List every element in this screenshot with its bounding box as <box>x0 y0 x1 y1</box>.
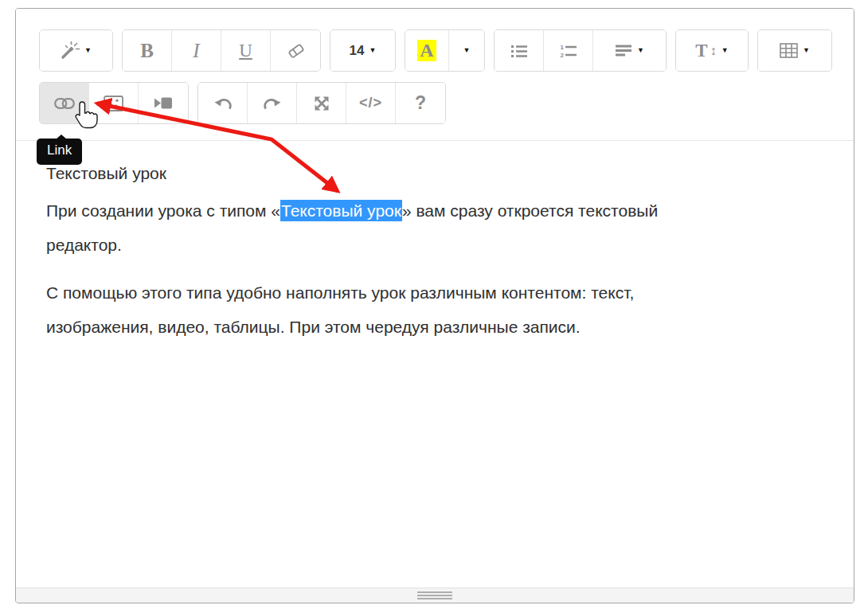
video-icon <box>154 96 173 110</box>
table-group: ▼ <box>757 29 832 72</box>
font-size-dropdown-button[interactable]: 14 ▼ <box>330 30 395 71</box>
highlight-color-label: A <box>417 40 436 62</box>
table-dropdown-button[interactable]: ▼ <box>758 30 831 71</box>
redo-button[interactable] <box>248 83 297 123</box>
paragraph-1-before: При создании урока с типом « <box>46 201 280 220</box>
insert-group <box>39 82 189 124</box>
bold-button[interactable]: B <box>123 30 172 71</box>
bold-label: B <box>140 40 154 62</box>
undo-arrow-icon <box>213 96 233 111</box>
video-button[interactable] <box>139 83 188 123</box>
help-label: ? <box>415 92 426 114</box>
paragraph-align-icon <box>615 44 632 57</box>
paragraph-title: Текстовый урок <box>46 162 823 185</box>
page: ▼ B I U <box>0 0 868 609</box>
caret-down-icon: ▼ <box>803 47 810 54</box>
line-height-group: T ↕ ▼ <box>675 29 749 72</box>
link-chain-icon <box>54 98 75 109</box>
caret-down-icon: ▼ <box>84 47 92 54</box>
caret-down-icon: ▼ <box>721 47 729 54</box>
paragraph-2: С помощью этого типа удобно наполнять ур… <box>46 275 823 344</box>
line-height-dropdown-button[interactable]: T ↕ ▼ <box>676 30 748 71</box>
svg-text:1: 1 <box>561 44 565 51</box>
underline-button[interactable]: U <box>221 30 271 71</box>
eraser-icon <box>287 42 305 59</box>
caret-down-icon: ▼ <box>637 47 644 54</box>
paragraph-align-dropdown-button[interactable]: ▼ <box>593 30 666 71</box>
editor-content-area[interactable]: Текстовый урок При создании урока с типо… <box>16 141 854 588</box>
font-size-value: 14 <box>350 43 365 59</box>
style-group: ▼ <box>39 29 113 72</box>
undo-button[interactable] <box>198 83 248 123</box>
editor-toolbar: ▼ B I U <box>16 9 854 141</box>
style-dropdown-button[interactable]: ▼ <box>40 30 112 71</box>
toolbar-row-1: ▼ B I U <box>39 29 846 72</box>
help-button[interactable]: ? <box>396 83 445 123</box>
codeview-button[interactable]: </> <box>346 83 396 123</box>
italic-button[interactable]: I <box>172 30 221 71</box>
link-tooltip-label: Link <box>47 142 72 158</box>
underline-label: U <box>239 41 252 61</box>
selected-text: Текстовый урок <box>280 200 402 221</box>
font-color-button[interactable]: A <box>405 30 449 71</box>
unordered-list-button[interactable] <box>495 30 544 71</box>
link-tooltip: Link <box>37 139 82 165</box>
paragraph-group: 12 <box>494 29 667 72</box>
picture-icon <box>104 96 123 111</box>
svg-text:2: 2 <box>561 52 565 59</box>
paragraph-1: При создании урока с типом «Текстовый ур… <box>46 193 823 262</box>
font-size-group: 14 ▼ <box>330 29 396 72</box>
updown-arrow-icon: ↕ <box>710 44 717 58</box>
line-height-label: T <box>695 41 707 61</box>
magic-wand-icon <box>61 41 80 60</box>
toolbar-row-2: </> ? <box>39 82 846 124</box>
clear-formatting-button[interactable] <box>271 30 320 71</box>
ordered-list-button[interactable]: 12 <box>544 30 593 71</box>
resize-grip-icon[interactable] <box>417 591 452 599</box>
font-color-group: A ▼ <box>405 29 485 72</box>
unordered-list-icon <box>510 43 528 59</box>
misc-group: </> ? <box>197 82 446 124</box>
picture-button[interactable] <box>89 83 139 123</box>
caret-down-icon: ▼ <box>369 47 377 54</box>
rich-text-editor: ▼ B I U <box>15 8 854 603</box>
link-button[interactable] <box>40 83 89 123</box>
font-color-dropdown-button[interactable]: ▼ <box>449 30 484 71</box>
ordered-list-icon: 12 <box>559 43 577 59</box>
fullscreen-button[interactable] <box>297 83 346 123</box>
redo-arrow-icon <box>263 96 282 111</box>
italic-label: I <box>193 40 199 62</box>
table-grid-icon <box>780 43 798 58</box>
fullscreen-arrows-icon <box>313 95 330 112</box>
caret-down-icon: ▼ <box>463 47 471 54</box>
codeview-label: </> <box>359 95 382 111</box>
status-bar <box>16 588 854 603</box>
font-style-group: B I U <box>122 29 321 72</box>
